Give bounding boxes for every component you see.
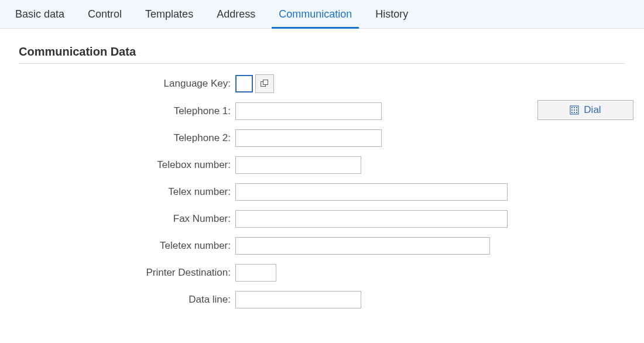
tab-history[interactable]: History xyxy=(364,0,420,28)
language-key-valuehelp-button[interactable] xyxy=(255,74,274,93)
svg-rect-4 xyxy=(571,109,573,111)
tab-basic-data[interactable]: Basic data xyxy=(4,0,76,28)
row-telephone-2: Telephone 2: xyxy=(19,129,625,147)
svg-rect-11 xyxy=(263,80,268,85)
tab-label: Control xyxy=(88,8,122,20)
label-language-key: Language Key: xyxy=(19,78,235,90)
tab-label: History xyxy=(375,8,408,20)
label-teletex-number: Teletex number: xyxy=(19,240,235,252)
printer-destination-input[interactable] xyxy=(235,264,276,282)
row-teletex-number: Teletex number: xyxy=(19,237,625,255)
label-telebox-number: Telebox number: xyxy=(19,159,235,171)
svg-rect-8 xyxy=(574,112,575,113)
dial-button[interactable]: Dial xyxy=(537,100,633,120)
tab-label: Communication xyxy=(279,8,352,20)
data-line-input[interactable] xyxy=(235,291,361,308)
tab-address[interactable]: Address xyxy=(205,0,267,28)
language-key-input[interactable] xyxy=(235,75,253,92)
svg-rect-5 xyxy=(574,109,575,111)
label-telephone-2: Telephone 2: xyxy=(19,132,235,144)
tab-label: Address xyxy=(217,8,255,20)
label-printer-destination: Printer Destination: xyxy=(19,267,235,279)
section-title: Communication Data xyxy=(19,45,625,59)
row-fax-number: Fax Number: xyxy=(19,210,625,228)
tab-communication[interactable]: Communication xyxy=(267,0,364,28)
row-telephone-1: Telephone 1: xyxy=(19,102,625,120)
row-language-key: Language Key: xyxy=(19,74,625,93)
telex-number-input[interactable] xyxy=(235,183,508,201)
section-communication-data: Communication Data xyxy=(0,29,644,64)
svg-rect-2 xyxy=(574,107,575,108)
telephone-1-input[interactable] xyxy=(235,102,382,120)
label-telex-number: Telex number: xyxy=(19,186,235,198)
svg-rect-6 xyxy=(576,109,577,111)
phone-keypad-icon xyxy=(570,105,579,115)
row-data-line: Data line: xyxy=(19,291,625,308)
svg-rect-3 xyxy=(576,107,577,108)
tab-templates[interactable]: Templates xyxy=(133,0,205,28)
form-communication-data: Dial Language Key: Telephone 1: Telephon… xyxy=(0,64,644,308)
fax-number-input[interactable] xyxy=(235,210,508,228)
telebox-number-input[interactable] xyxy=(235,156,361,174)
telephone-2-input[interactable] xyxy=(235,129,382,147)
svg-rect-7 xyxy=(571,112,573,113)
row-telex-number: Telex number: xyxy=(19,183,625,201)
dial-button-label: Dial xyxy=(584,104,601,116)
tab-label: Templates xyxy=(145,8,193,20)
tab-strip: Basic data Control Templates Address Com… xyxy=(0,0,644,29)
svg-rect-1 xyxy=(571,107,573,108)
label-telephone-1: Telephone 1: xyxy=(19,105,235,117)
label-fax-number: Fax Number: xyxy=(19,213,235,225)
tab-control[interactable]: Control xyxy=(76,0,133,28)
tab-label: Basic data xyxy=(15,8,64,20)
teletex-number-input[interactable] xyxy=(235,237,490,255)
value-help-icon xyxy=(261,80,269,88)
label-data-line: Data line: xyxy=(19,294,235,306)
svg-rect-9 xyxy=(576,112,577,113)
row-printer-destination: Printer Destination: xyxy=(19,264,625,282)
row-telebox-number: Telebox number: xyxy=(19,156,625,174)
